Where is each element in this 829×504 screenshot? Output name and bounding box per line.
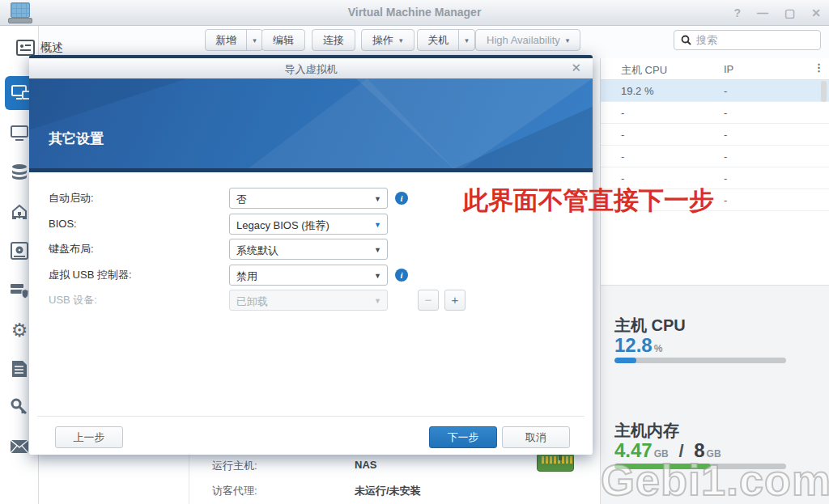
monitor-icon [10,125,29,142]
vm-list-table: 主机 CPU IP ⋮ 19.2 % - - - - - - - - - - - [600,58,829,285]
log-icon [11,360,28,378]
table-row[interactable]: - - [601,124,829,146]
memory-module-icon [537,453,574,472]
support-mail-icon [10,439,29,454]
connect-button[interactable]: 连接 [312,29,355,51]
shutdown-button[interactable]: 关机 ▾ [417,29,475,51]
usb-controller-select[interactable]: 禁用 ▼ [229,265,388,286]
dialog-step-title: 其它设置 [49,129,104,148]
add-dropdown-arrow[interactable]: ▾ [246,30,262,50]
dialog-banner: 其它设置 [29,78,593,172]
chevron-down-icon: ▼ [374,272,381,280]
table-row[interactable]: 19.2 % - [601,80,829,102]
panel-divider [189,455,189,504]
remove-usb-button[interactable]: − [418,290,439,311]
table-scrollbar[interactable] [821,81,827,102]
dialog-titlebar: 导入虚拟机 ✕ [29,58,593,78]
shutdown-dropdown-arrow[interactable]: ▾ [458,30,474,50]
running-host-label: 运行主机: [212,459,257,473]
chevron-down-icon: ▼ [374,221,381,229]
vm-icon [11,85,31,101]
back-button[interactable]: 上一步 [55,426,123,448]
guest-agent-label: 访客代理: [212,484,257,498]
annotation-text: 此界面不管直接下一步 [463,184,714,218]
field-usb-device: USB 设备: 已卸载 ▼ − + [29,290,593,311]
bios-select[interactable]: Legacy BIOS (推荐) ▼ [229,214,388,235]
toolbar: 新增 ▾ 编辑 连接 操作▾ 关机 ▾ High Availability▾ 搜… [39,26,829,58]
action-button[interactable]: 操作▾ [361,29,414,51]
next-button[interactable]: 下一步 [429,426,497,448]
table-row[interactable]: - - [601,102,829,124]
import-vm-dialog: 导入虚拟机 ✕ 其它设置 自动启动: 否 ▼ i BIOS: Legacy BI… [29,55,593,455]
column-host-cpu[interactable]: 主机 CPU [621,63,667,78]
watermark: Gebi1.com [601,455,829,504]
field-keyboard: 键盘布局: 系统默认 ▼ [29,239,593,260]
table-row[interactable]: - - [601,146,829,167]
guest-agent-value: 未运行/未安装 [355,484,421,498]
license-key-icon [11,398,28,416]
add-button[interactable]: 新增 ▾ [205,29,263,51]
window-title: Virtual Machine Manager [0,6,829,19]
help-icon[interactable]: ? [733,6,741,19]
overview-icon [16,40,35,56]
usb-device-select[interactable]: 已卸载 ▼ [229,290,388,311]
host-cpu-title: 主机 CPU [614,315,686,337]
storage-icon [11,163,28,181]
host-memory-title: 主机内存 [614,420,679,442]
search-placeholder: 搜索 [696,33,717,48]
minimize-icon[interactable]: — [757,6,768,19]
field-usb-controller: 虚拟 USB 控制器: 禁用 ▼ i [29,265,593,286]
info-icon[interactable]: i [395,192,408,205]
overview-page-title: 概述 [16,40,63,56]
protection-icon [10,282,29,300]
edit-button[interactable]: 编辑 [261,29,305,51]
keyboard-select[interactable]: 系统默认 ▼ [229,239,388,260]
dialog-title: 导入虚拟机 [29,62,593,77]
search-input[interactable]: 搜索 [674,30,821,50]
settings-gear-icon: ⚙ [11,321,28,340]
column-menu-icon[interactable]: ⋮ [814,61,824,74]
window-header: Virtual Machine Manager ? — ▢ ✕ [0,0,829,26]
image-disc-icon [11,242,28,260]
info-icon[interactable]: i [395,269,408,282]
autostart-select[interactable]: 否 ▼ [229,188,388,209]
host-cpu-bar [614,358,786,363]
vm-table-header: 主机 CPU IP ⋮ [601,58,829,80]
column-ip[interactable]: IP [724,63,733,75]
running-host-value: NAS [355,459,376,471]
chevron-down-icon: ▼ [374,297,381,305]
dialog-footer-divider [37,416,585,417]
high-availability-button[interactable]: High Availability▾ [475,29,580,51]
maximize-icon[interactable]: ▢ [784,6,795,19]
cancel-button[interactable]: 取消 [502,426,570,448]
chevron-down-icon: ▼ [374,246,381,254]
network-icon [10,203,29,221]
add-usb-button[interactable]: + [444,290,466,311]
search-icon [681,35,691,45]
close-window-icon[interactable]: ✕ [811,6,821,19]
dialog-close-icon[interactable]: ✕ [571,61,581,75]
vmm-app-window: Virtual Machine Manager ? — ▢ ✕ 新增 ▾ 编辑 … [0,0,829,504]
chevron-down-icon: ▼ [374,195,381,203]
host-cpu-value: 12.8% [614,334,662,357]
